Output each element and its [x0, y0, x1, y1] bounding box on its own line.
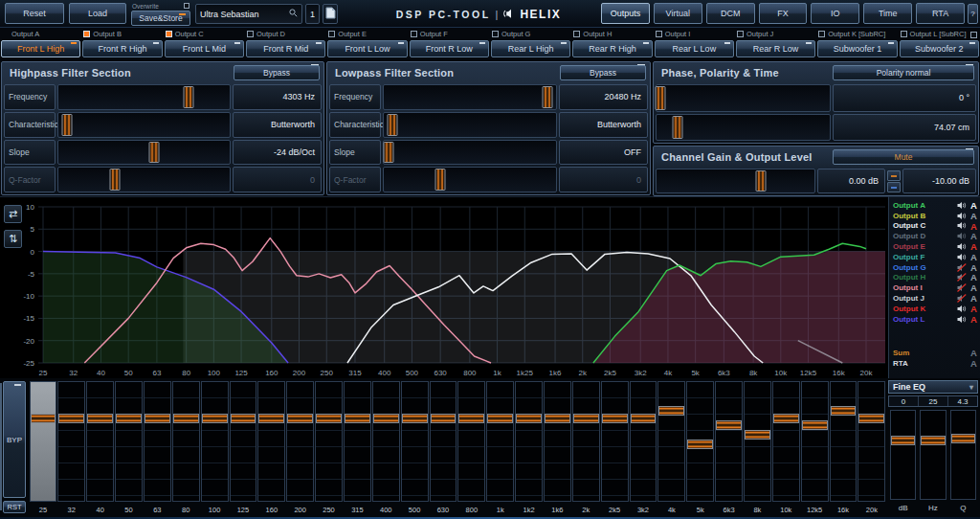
- channel-link-checkbox[interactable]: [166, 31, 172, 37]
- output-tab[interactable]: Output D Front R Mid: [245, 28, 326, 59]
- search-icon[interactable]: [289, 9, 298, 19]
- channel-link-checkbox[interactable]: [83, 31, 90, 37]
- channel-tab-button[interactable]: Front L High: [1, 40, 80, 57]
- eq-band-track[interactable]: [686, 381, 714, 502]
- eq-band-track[interactable]: [257, 381, 285, 502]
- eq-band-track[interactable]: [830, 381, 858, 502]
- channel-tab-button[interactable]: Front R High: [82, 40, 162, 57]
- eq-band-track[interactable]: [486, 381, 514, 502]
- speaker-icon[interactable]: [955, 305, 968, 313]
- eq-band-handle[interactable]: [487, 414, 513, 423]
- slider-handle[interactable]: [388, 114, 398, 136]
- help-button[interactable]: ?: [968, 4, 978, 24]
- eq-band-handle[interactable]: [458, 414, 484, 423]
- eq-band-track[interactable]: [401, 381, 429, 502]
- eq-band-track[interactable]: [115, 381, 143, 502]
- channel-link-checkbox[interactable]: [573, 31, 580, 37]
- slider-handle[interactable]: [435, 169, 446, 191]
- channel-row[interactable]: Output L A: [889, 314, 980, 325]
- eq-band-track[interactable]: [57, 381, 85, 502]
- nav-button[interactable]: IO: [811, 3, 859, 24]
- output-tab[interactable]: Output I Rear L Low: [654, 28, 735, 59]
- output-tab[interactable]: Output J Rear R Low: [735, 28, 816, 59]
- eq-band-handle[interactable]: [258, 414, 284, 423]
- eq-band-track[interactable]: [430, 381, 457, 502]
- preset-number-field[interactable]: 1: [305, 4, 320, 24]
- eq-band-handle[interactable]: [231, 414, 256, 423]
- zoom-vertical-button[interactable]: ⇅: [4, 230, 22, 248]
- channel-link-checkbox[interactable]: [411, 31, 417, 37]
- fine-eq-slider-handle[interactable]: [951, 434, 975, 443]
- output-tab[interactable]: Output L [SubRC] Subwoofer 2: [899, 28, 980, 59]
- fine-eq-slider-handle[interactable]: [921, 436, 945, 445]
- eq-band-handle[interactable]: [773, 414, 799, 423]
- eq-band-track[interactable]: [744, 381, 771, 502]
- filter-slider[interactable]: [383, 167, 557, 192]
- slider-handle[interactable]: [655, 86, 665, 110]
- channel-link-checkbox[interactable]: [901, 31, 907, 37]
- channel-tab-button[interactable]: Rear R Low: [736, 40, 815, 57]
- eq-band-track[interactable]: [544, 381, 571, 502]
- eq-band-handle[interactable]: [687, 440, 713, 449]
- channel-row[interactable]: Output I A: [889, 282, 980, 293]
- gain-link-bottom-button[interactable]: [887, 182, 901, 192]
- output-tab[interactable]: Output E Front L Low: [326, 28, 408, 59]
- overwrite-checkbox[interactable]: [184, 3, 189, 9]
- filter-slider[interactable]: [383, 112, 557, 138]
- eq-band-handle[interactable]: [316, 414, 342, 423]
- speaker-icon[interactable]: [955, 212, 968, 220]
- speaker-icon[interactable]: [955, 242, 968, 251]
- channel-tab-button[interactable]: Front L Mid: [165, 40, 244, 57]
- slider-handle[interactable]: [672, 116, 682, 140]
- eq-band-handle[interactable]: [716, 420, 742, 430]
- eq-band-handle[interactable]: [745, 430, 770, 440]
- eq-band-handle[interactable]: [516, 414, 542, 423]
- eq-band-track[interactable]: [858, 381, 885, 502]
- channel-row[interactable]: Output G A: [889, 262, 980, 273]
- channel-row[interactable]: Output D A: [889, 231, 980, 241]
- load-button[interactable]: Load: [69, 3, 126, 24]
- eq-band-track[interactable]: [344, 381, 371, 502]
- eq-band-track[interactable]: [630, 381, 657, 502]
- filter-slider[interactable]: [383, 84, 557, 110]
- channel-a-badge[interactable]: A: [968, 211, 980, 221]
- filter-slider[interactable]: [57, 84, 231, 110]
- channel-tab-button[interactable]: Rear L Low: [655, 40, 734, 57]
- nav-button[interactable]: RTA: [916, 3, 965, 24]
- channel-link-checkbox[interactable]: [247, 31, 254, 37]
- eq-band-track[interactable]: [86, 381, 114, 502]
- save-store-button[interactable]: Save&Store: [131, 11, 190, 26]
- fine-eq-dropdown[interactable]: Fine EQ ▾: [888, 380, 978, 394]
- channel-tab-button[interactable]: Front R Low: [410, 40, 489, 57]
- eq-band-handle[interactable]: [116, 414, 142, 423]
- eq-band-track[interactable]: [657, 381, 685, 502]
- polarity-button[interactable]: Polarity normal: [833, 65, 974, 80]
- eq-band-handle[interactable]: [173, 414, 199, 423]
- slider-handle[interactable]: [184, 86, 194, 108]
- highpass-bypass-button[interactable]: Bypass: [234, 65, 320, 80]
- channel-link-checkbox[interactable]: [328, 31, 335, 37]
- fine-eq-slider-track[interactable]: [950, 410, 976, 500]
- channel-a-badge[interactable]: A: [968, 200, 980, 211]
- gain-link-top-button[interactable]: [887, 170, 901, 181]
- eq-band-handle[interactable]: [602, 414, 628, 423]
- eq-band-handle[interactable]: [831, 406, 857, 416]
- eq-band-handle[interactable]: [802, 420, 828, 430]
- nav-button[interactable]: FX: [759, 3, 808, 24]
- channel-a-badge[interactable]: A: [968, 282, 980, 293]
- nav-button[interactable]: DCM: [706, 3, 755, 24]
- mute-button[interactable]: Mute: [833, 149, 974, 165]
- eq-band-track[interactable]: [572, 381, 600, 502]
- eq-band-track[interactable]: [286, 381, 314, 502]
- filter-slider[interactable]: [57, 167, 231, 192]
- channel-link-checkbox[interactable]: [492, 31, 499, 37]
- channel-tab-button[interactable]: Subwoofer 1: [817, 40, 897, 57]
- channel-row[interactable]: Sum A: [889, 349, 980, 359]
- eq-band-track[interactable]: [772, 381, 800, 502]
- output-tab[interactable]: Output B Front R High: [81, 28, 163, 59]
- channel-a-badge[interactable]: A: [968, 231, 980, 241]
- nav-button[interactable]: Time: [863, 3, 912, 24]
- channel-a-badge[interactable]: A: [968, 252, 980, 262]
- filter-slider[interactable]: [57, 112, 231, 138]
- gain-slider[interactable]: [656, 169, 815, 193]
